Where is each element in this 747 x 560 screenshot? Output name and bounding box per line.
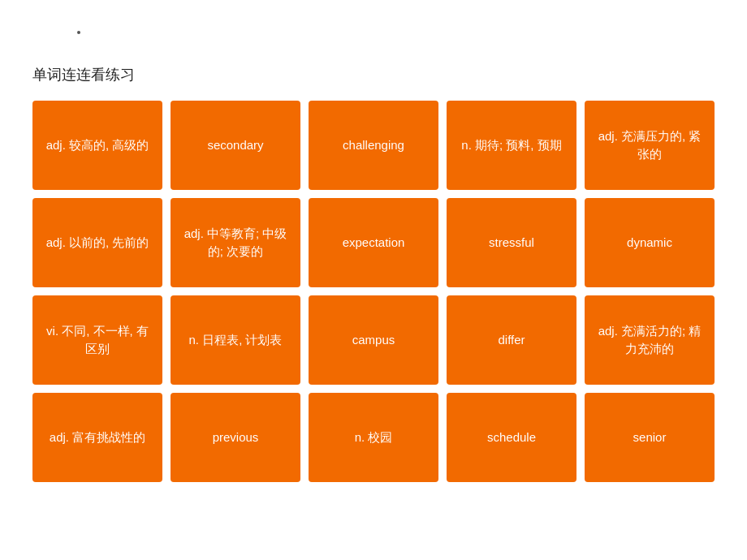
card-11[interactable]: n. 日程表, 计划表 (171, 295, 300, 385)
card-18[interactable]: schedule (447, 393, 576, 482)
card-10[interactable]: vi. 不同, 不一样, 有区别 (32, 295, 162, 385)
card-16[interactable]: previous (171, 393, 300, 482)
card-6[interactable]: adj. 中等教育; 中级的; 次要的 (171, 198, 300, 287)
card-19[interactable]: senior (585, 393, 715, 482)
card-8[interactable]: stressful (447, 198, 576, 287)
card-7[interactable]: expectation (309, 198, 438, 287)
dot-decoration (77, 31, 80, 34)
card-2[interactable]: challenging (309, 101, 438, 190)
card-15[interactable]: adj. 富有挑战性的 (32, 393, 162, 482)
card-13[interactable]: differ (447, 295, 576, 385)
card-12[interactable]: campus (309, 295, 438, 385)
card-grid: adj. 较高的, 高级的secondarychallengingn. 期待; … (32, 101, 715, 482)
card-17[interactable]: n. 校园 (309, 393, 438, 482)
card-14[interactable]: adj. 充满活力的; 精力充沛的 (585, 295, 715, 385)
card-5[interactable]: adj. 以前的, 先前的 (32, 198, 162, 287)
card-0[interactable]: adj. 较高的, 高级的 (32, 101, 162, 190)
card-3[interactable]: n. 期待; 预料, 预期 (447, 101, 576, 190)
card-4[interactable]: adj. 充满压力的, 紧张的 (585, 101, 715, 190)
page-title: 单词连连看练习 (32, 65, 715, 84)
card-9[interactable]: dynamic (585, 198, 715, 287)
card-1[interactable]: secondary (171, 101, 300, 190)
